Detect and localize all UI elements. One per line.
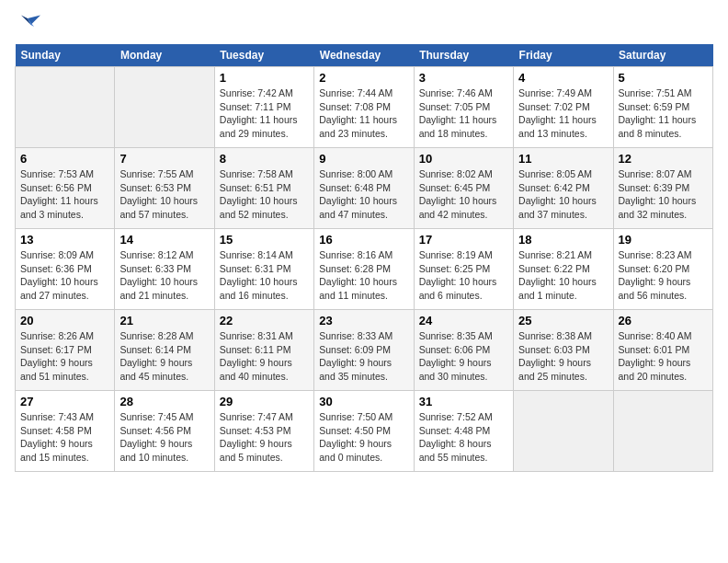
day-info: Sunrise: 8:14 AM Sunset: 6:31 PM Dayligh… [220,248,309,303]
day-info: Sunrise: 8:16 AM Sunset: 6:28 PM Dayligh… [319,248,408,303]
day-number: 31 [419,395,508,408]
day-info: Sunrise: 8:19 AM Sunset: 6:25 PM Dayligh… [419,248,508,303]
day-info: Sunrise: 7:44 AM Sunset: 7:08 PM Dayligh… [319,86,408,141]
week-row-5: 27Sunrise: 7:43 AM Sunset: 4:58 PM Dayli… [16,391,713,472]
calendar-cell: 11Sunrise: 8:05 AM Sunset: 6:42 PM Dayli… [514,148,613,229]
day-number: 3 [419,71,508,85]
day-info: Sunrise: 7:52 AM Sunset: 4:48 PM Dayligh… [419,410,508,465]
day-number: 29 [220,395,309,408]
calendar-cell: 15Sunrise: 8:14 AM Sunset: 6:31 PM Dayli… [214,229,313,310]
calendar-cell [115,67,214,148]
week-row-4: 20Sunrise: 8:26 AM Sunset: 6:17 PM Dayli… [16,310,713,391]
day-number: 7 [119,152,209,166]
day-header-tuesday: Tuesday [214,44,313,67]
calendar-cell: 5Sunrise: 7:51 AM Sunset: 6:59 PM Daylig… [613,67,712,148]
day-info: Sunrise: 7:49 AM Sunset: 7:02 PM Dayligh… [518,86,608,141]
day-number: 17 [419,233,508,247]
calendar-cell: 30Sunrise: 7:50 AM Sunset: 4:50 PM Dayli… [314,391,414,472]
day-info: Sunrise: 7:50 AM Sunset: 4:50 PM Dayligh… [319,410,408,465]
day-info: Sunrise: 8:05 AM Sunset: 6:42 PM Dayligh… [518,167,608,222]
day-info: Sunrise: 7:47 AM Sunset: 4:53 PM Dayligh… [220,410,309,465]
logo-icon [15,15,40,35]
calendar-cell: 27Sunrise: 7:43 AM Sunset: 4:58 PM Dayli… [16,391,115,472]
calendar-cell: 4Sunrise: 7:49 AM Sunset: 7:02 PM Daylig… [514,67,613,148]
header [15,15,713,35]
day-header-wednesday: Wednesday [314,44,414,67]
day-number: 4 [518,71,608,85]
week-row-1: 1Sunrise: 7:42 AM Sunset: 7:11 PM Daylig… [16,67,713,148]
day-info: Sunrise: 7:45 AM Sunset: 4:56 PM Dayligh… [119,410,209,465]
day-info: Sunrise: 8:40 AM Sunset: 6:01 PM Dayligh… [619,329,708,384]
day-info: Sunrise: 8:23 AM Sunset: 6:20 PM Dayligh… [619,248,708,303]
day-number: 19 [619,233,708,247]
day-number: 2 [319,71,408,85]
calendar-cell [514,391,613,472]
day-number: 23 [319,314,408,327]
day-info: Sunrise: 8:07 AM Sunset: 6:39 PM Dayligh… [619,167,708,222]
day-number: 28 [119,395,209,408]
day-number: 27 [20,395,109,408]
calendar-cell [613,391,712,472]
day-number: 10 [419,152,508,166]
calendar-cell: 8Sunrise: 7:58 AM Sunset: 6:51 PM Daylig… [214,148,313,229]
calendar-cell: 22Sunrise: 8:31 AM Sunset: 6:11 PM Dayli… [214,310,313,391]
day-header-monday: Monday [115,44,214,67]
calendar-cell: 20Sunrise: 8:26 AM Sunset: 6:17 PM Dayli… [16,310,115,391]
calendar-cell: 7Sunrise: 7:55 AM Sunset: 6:53 PM Daylig… [115,148,214,229]
calendar-cell: 21Sunrise: 8:28 AM Sunset: 6:14 PM Dayli… [115,310,214,391]
day-info: Sunrise: 7:43 AM Sunset: 4:58 PM Dayligh… [20,410,109,465]
week-row-2: 6Sunrise: 7:53 AM Sunset: 6:56 PM Daylig… [16,148,713,229]
calendar-cell: 19Sunrise: 8:23 AM Sunset: 6:20 PM Dayli… [613,229,712,310]
day-number: 25 [518,314,608,327]
calendar-cell [16,67,115,148]
day-number: 26 [619,314,708,327]
day-info: Sunrise: 7:55 AM Sunset: 6:53 PM Dayligh… [119,167,209,222]
calendar-cell: 31Sunrise: 7:52 AM Sunset: 4:48 PM Dayli… [414,391,513,472]
calendar-cell: 28Sunrise: 7:45 AM Sunset: 4:56 PM Dayli… [115,391,214,472]
day-info: Sunrise: 8:31 AM Sunset: 6:11 PM Dayligh… [220,329,309,384]
calendar-cell: 14Sunrise: 8:12 AM Sunset: 6:33 PM Dayli… [115,229,214,310]
day-info: Sunrise: 8:21 AM Sunset: 6:22 PM Dayligh… [518,248,608,303]
calendar-cell: 9Sunrise: 8:00 AM Sunset: 6:48 PM Daylig… [314,148,414,229]
calendar-cell: 16Sunrise: 8:16 AM Sunset: 6:28 PM Dayli… [314,229,414,310]
calendar-cell: 1Sunrise: 7:42 AM Sunset: 7:11 PM Daylig… [214,67,313,148]
day-info: Sunrise: 8:28 AM Sunset: 6:14 PM Dayligh… [119,329,209,384]
day-info: Sunrise: 8:09 AM Sunset: 6:36 PM Dayligh… [20,248,109,303]
calendar-cell: 24Sunrise: 8:35 AM Sunset: 6:06 PM Dayli… [414,310,513,391]
day-info: Sunrise: 7:46 AM Sunset: 7:05 PM Dayligh… [419,86,508,141]
day-number: 22 [220,314,309,327]
day-header-saturday: Saturday [613,44,712,67]
day-number: 18 [518,233,608,247]
days-header-row: SundayMondayTuesdayWednesdayThursdayFrid… [16,44,713,67]
day-number: 20 [20,314,109,327]
day-header-friday: Friday [514,44,613,67]
day-number: 24 [419,314,508,327]
calendar-cell: 2Sunrise: 7:44 AM Sunset: 7:08 PM Daylig… [314,67,414,148]
calendar-cell: 18Sunrise: 8:21 AM Sunset: 6:22 PM Dayli… [514,229,613,310]
logo [15,15,42,35]
week-row-3: 13Sunrise: 8:09 AM Sunset: 6:36 PM Dayli… [16,229,713,310]
calendar-cell: 12Sunrise: 8:07 AM Sunset: 6:39 PM Dayli… [613,148,712,229]
day-number: 15 [220,233,309,247]
calendar-cell: 6Sunrise: 7:53 AM Sunset: 6:56 PM Daylig… [16,148,115,229]
day-number: 6 [20,152,109,166]
day-info: Sunrise: 7:51 AM Sunset: 6:59 PM Dayligh… [619,86,708,141]
day-info: Sunrise: 7:42 AM Sunset: 7:11 PM Dayligh… [220,86,309,141]
day-number: 13 [20,233,109,247]
calendar-cell: 17Sunrise: 8:19 AM Sunset: 6:25 PM Dayli… [414,229,513,310]
day-info: Sunrise: 8:35 AM Sunset: 6:06 PM Dayligh… [419,329,508,384]
day-info: Sunrise: 8:33 AM Sunset: 6:09 PM Dayligh… [319,329,408,384]
day-number: 5 [619,71,708,85]
calendar-cell: 25Sunrise: 8:38 AM Sunset: 6:03 PM Dayli… [514,310,613,391]
day-info: Sunrise: 8:26 AM Sunset: 6:17 PM Dayligh… [20,329,109,384]
day-info: Sunrise: 7:58 AM Sunset: 6:51 PM Dayligh… [220,167,309,222]
calendar-cell: 3Sunrise: 7:46 AM Sunset: 7:05 PM Daylig… [414,67,513,148]
day-info: Sunrise: 8:38 AM Sunset: 6:03 PM Dayligh… [518,329,608,384]
calendar-cell: 23Sunrise: 8:33 AM Sunset: 6:09 PM Dayli… [314,310,414,391]
day-header-sunday: Sunday [16,44,115,67]
day-number: 1 [220,71,309,85]
day-info: Sunrise: 7:53 AM Sunset: 6:56 PM Dayligh… [20,167,109,222]
day-info: Sunrise: 8:12 AM Sunset: 6:33 PM Dayligh… [119,248,209,303]
day-number: 12 [619,152,708,166]
day-number: 11 [518,152,608,166]
